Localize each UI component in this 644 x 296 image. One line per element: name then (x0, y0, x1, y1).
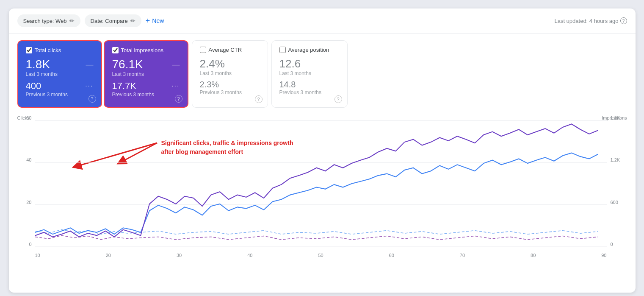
chart-area: Clicks Impressions 60 40 20 0 1.8K 1.2K … (9, 111, 636, 268)
total-impressions-prev-period: Previous 3 months (112, 92, 180, 98)
chart-wrapper: Clicks Impressions 60 40 20 0 1.8K 1.2K … (17, 115, 627, 260)
x-tick-20: 20 (106, 253, 111, 258)
chart-svg-wrapper (35, 120, 607, 247)
y-left-0: 0 (29, 242, 31, 247)
x-axis: 10 20 30 40 50 60 70 80 90 (35, 253, 607, 258)
metric-average-ctr[interactable]: Average CTR 2.4% Last 3 months 2.3% Prev… (192, 40, 268, 108)
average-ctr-checkbox[interactable] (200, 47, 206, 53)
current-clicks-line (35, 153, 598, 235)
chart-svg (35, 120, 607, 247)
average-position-prev-value: 14.8 (279, 80, 296, 89)
average-ctr-current-value: 2.4% (200, 57, 225, 70)
metrics-row: Total clicks 1.8K — Last 3 months 400 ··… (9, 34, 636, 111)
total-clicks-current-period: Last 3 months (26, 71, 94, 77)
new-button[interactable]: + New (146, 17, 164, 25)
total-impressions-prev-value: 17.7K (112, 81, 137, 92)
date-button[interactable]: Date: Compare ✏ (85, 14, 141, 27)
plus-icon: + (146, 17, 150, 25)
new-label: New (152, 17, 164, 24)
search-type-label: Search type: Web (23, 18, 67, 24)
toolbar: Search type: Web ✏ Date: Compare ✏ + New… (9, 8, 636, 34)
metric-total-impressions[interactable]: Total impressions 76.1K — Last 3 months … (104, 40, 188, 108)
average-ctr-label: Average CTR (209, 47, 242, 53)
y-axis-right: 1.8K 1.2K 600 0 (608, 115, 627, 247)
total-clicks-checkbox[interactable] (26, 47, 32, 53)
help-icon: ? (620, 17, 627, 24)
average-position-current-value: 12.6 (279, 57, 301, 70)
total-clicks-dots: ··· (85, 82, 93, 90)
total-impressions-label: Total impressions (121, 47, 163, 53)
average-ctr-prev-value: 2.3% (200, 80, 219, 89)
metric-average-position[interactable]: Average position 12.6 Last 3 months 14.8… (271, 40, 348, 108)
total-clicks-current-value: 1.8K (26, 58, 50, 71)
metric-total-clicks[interactable]: Total clicks 1.8K — Last 3 months 400 ··… (17, 40, 102, 108)
total-impressions-current-value: 76.1K (112, 58, 143, 71)
edit-icon: ✏ (69, 17, 75, 24)
total-impressions-checkbox[interactable] (112, 47, 119, 53)
average-ctr-prev-period: Previous 3 months (200, 89, 260, 95)
y-left-60: 60 (26, 115, 31, 120)
total-clicks-label: Total clicks (35, 47, 61, 53)
average-position-info-icon[interactable]: ? (334, 95, 342, 103)
current-impressions-line (35, 124, 598, 237)
x-tick-90: 90 (601, 253, 606, 258)
x-tick-10: 10 (35, 253, 40, 258)
total-impressions-current-period: Last 3 months (112, 71, 180, 77)
x-tick-80: 80 (531, 253, 536, 258)
y-axis-left: 60 40 20 0 (17, 115, 34, 247)
last-updated-text: Last updated: 4 hours ago (554, 18, 618, 24)
y-right-12k: 1.2K (611, 157, 620, 162)
total-clicks-prev-period: Previous 3 months (26, 92, 94, 98)
average-position-checkbox[interactable] (279, 47, 286, 53)
date-label: Date: Compare (91, 18, 128, 24)
y-right-0: 0 (611, 242, 613, 247)
prev-impressions-line (35, 235, 598, 240)
total-impressions-info-icon[interactable]: ? (175, 95, 182, 103)
x-tick-70: 70 (460, 253, 465, 258)
total-clicks-prev-value: 400 (26, 81, 41, 92)
x-tick-30: 30 (177, 253, 182, 258)
total-clicks-dash: — (86, 60, 94, 69)
y-left-40: 40 (26, 157, 31, 162)
total-clicks-info-icon[interactable]: ? (88, 95, 96, 103)
y-left-20: 20 (26, 200, 31, 205)
average-position-current-period: Last 3 months (279, 70, 340, 76)
total-impressions-dash: — (172, 60, 180, 69)
x-tick-40: 40 (247, 253, 252, 258)
average-ctr-current-period: Last 3 months (200, 70, 260, 76)
average-position-label: Average position (288, 47, 329, 53)
main-card: Search type: Web ✏ Date: Compare ✏ + New… (9, 8, 636, 293)
edit-icon-date: ✏ (130, 17, 135, 24)
search-type-button[interactable]: Search type: Web ✏ (17, 14, 80, 27)
last-updated: Last updated: 4 hours ago ? (554, 17, 627, 24)
average-position-prev-period: Previous 3 months (279, 89, 340, 95)
y-right-18k: 1.8K (611, 115, 620, 120)
average-ctr-info-icon[interactable]: ? (255, 95, 263, 103)
x-tick-50: 50 (318, 253, 323, 258)
total-impressions-dots: ··· (171, 82, 180, 90)
y-right-600: 600 (611, 200, 618, 205)
x-tick-60: 60 (389, 253, 394, 258)
